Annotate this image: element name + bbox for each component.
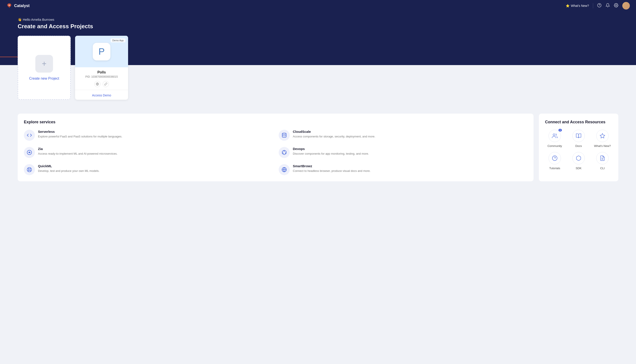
greeting-text: 👋 Hello Amelia Burrows [18, 18, 618, 22]
cloudscale-desc: Access components for storage, security,… [293, 134, 375, 139]
avatar[interactable] [622, 2, 630, 10]
zia-icon [24, 147, 35, 158]
smartbrowz-name: SmartBrowz [293, 164, 371, 168]
quickml-desc: Develop, test and produce your own ML mo… [38, 169, 99, 173]
cli-label: CLI [600, 166, 605, 170]
quickml-info: QuickML Develop, test and produce your o… [38, 164, 99, 173]
zia-name: Zia [38, 147, 118, 151]
demo-card-header: Demo App P [75, 36, 128, 67]
svg-point-4 [282, 133, 286, 134]
resource-community[interactable]: 8 Community [545, 130, 564, 148]
help-icon[interactable] [597, 3, 601, 8]
svg-line-10 [30, 168, 31, 169]
star-emoji: ⭐ [566, 4, 569, 8]
demo-card-body: Polls PID: 103870000000036015 [75, 67, 128, 100]
resources-title: Connect and Access Resources [545, 120, 612, 124]
svg-point-7 [29, 169, 30, 170]
demo-app-name: Polls [79, 70, 125, 74]
serverless-info: Serverless Explore powerful FaaS and Paa… [38, 130, 122, 139]
docs-label: Docs [575, 144, 582, 148]
smartbrowz-icon [279, 164, 290, 175]
explore-services-card: Explore services Serverless Explore powe… [18, 114, 533, 181]
demo-globe-icon[interactable] [94, 81, 101, 87]
zia-info: Zia Access ready-to-implement ML and AI-… [38, 147, 118, 156]
demo-app-icon: P [93, 43, 110, 60]
services-grid: Serverless Explore powerful FaaS and Paa… [24, 130, 527, 175]
settings-icon[interactable] [614, 3, 618, 8]
demo-divider [75, 90, 128, 90]
resource-docs[interactable]: Docs [569, 130, 588, 148]
service-smartbrowz[interactable]: SmartBrowz Connect to headless browser, … [279, 164, 527, 175]
serverless-name: Serverless [38, 130, 122, 134]
svg-point-14 [553, 134, 555, 136]
tutorials-icon [548, 152, 561, 164]
bell-icon[interactable] [605, 3, 610, 8]
header: Catalyst ⭐ What's New? [0, 0, 636, 12]
sdk-label: SDK [576, 166, 582, 170]
svg-line-9 [30, 170, 31, 171]
resources-card: Connect and Access Resources 8 [539, 114, 618, 181]
community-badge: 8 [558, 129, 562, 132]
resources-grid: 8 Community Docs [545, 130, 612, 170]
access-demo-button[interactable]: Access Demo [79, 91, 125, 100]
cloudscale-info: CloudScale Access components for storage… [293, 130, 375, 139]
main-content: 👋 Hello Amelia Burrows Create and Access… [0, 0, 636, 190]
catalyst-logo-icon [6, 3, 12, 9]
service-cloudscale[interactable]: CloudScale Access components for storage… [279, 130, 527, 141]
resource-tutorials[interactable]: Tutorials [545, 152, 564, 170]
serverless-icon [24, 130, 35, 141]
community-icon [548, 130, 561, 142]
resource-sdk[interactable]: SDK [569, 152, 588, 170]
header-divider [593, 3, 593, 8]
logo[interactable]: Catalyst [6, 3, 30, 9]
community-icon-wrap: 8 [548, 130, 561, 142]
page-title: Create and Access Projects [18, 23, 618, 30]
svg-line-8 [28, 168, 29, 169]
explore-title: Explore services [24, 120, 527, 124]
service-zia[interactable]: Zia Access ready-to-implement ML and AI-… [24, 147, 272, 158]
resource-cli[interactable]: CLI [593, 152, 612, 170]
quickml-name: QuickML [38, 164, 99, 168]
tutorials-label: Tutorials [549, 166, 560, 170]
service-serverless[interactable]: Serverless Explore powerful FaaS and Paa… [24, 130, 272, 141]
resource-whats-new[interactable]: What's New? [593, 130, 612, 148]
demo-link-icon[interactable] [103, 81, 109, 87]
svg-marker-15 [600, 134, 605, 138]
create-project-card[interactable]: + Create new Project [18, 36, 71, 100]
devops-desc: Discover components for app monitoring, … [293, 152, 369, 156]
demo-project-card[interactable]: Demo App P Polls PID: 103870000000036015 [75, 36, 128, 100]
avatar-image [622, 2, 630, 10]
service-quickml[interactable]: QuickML Develop, test and produce your o… [24, 164, 272, 175]
service-devops[interactable]: Devops Discover components for app monit… [279, 147, 527, 158]
create-project-label: Create new Project [29, 76, 59, 80]
header-right: ⭐ What's New? [566, 2, 630, 10]
project-cards-row: + Create new Project Demo App P Polls PI… [18, 36, 128, 100]
serverless-desc: Explore powerful FaaS and PaaS solutions… [38, 134, 122, 139]
sdk-icon [572, 152, 585, 164]
whats-new-icon [596, 130, 609, 142]
devops-icon [279, 147, 290, 158]
cloudscale-icon [279, 130, 290, 141]
smartbrowz-info: SmartBrowz Connect to headless browser, … [293, 164, 371, 173]
demo-badge: Demo App [111, 38, 125, 42]
demo-icons-row [79, 79, 125, 89]
quickml-icon [24, 164, 35, 175]
whats-new-button[interactable]: ⭐ What's New? [566, 4, 589, 8]
demo-pid: PID: 103870000000036015 [79, 75, 125, 78]
svg-point-16 [552, 156, 557, 160]
cloudscale-name: CloudScale [293, 130, 375, 134]
cli-icon [596, 152, 609, 164]
create-plus-icon: + [35, 55, 53, 72]
devops-info: Devops Discover components for app monit… [293, 147, 369, 156]
docs-icon [572, 130, 585, 142]
svg-line-11 [28, 170, 29, 171]
whats-new-label: What's New? [594, 144, 611, 148]
zia-desc: Access ready-to-implement ML and AI-powe… [38, 152, 118, 156]
community-label: Community [547, 144, 562, 148]
devops-name: Devops [293, 147, 369, 151]
smartbrowz-desc: Connect to headless browser, produce vis… [293, 169, 371, 173]
top-section: 👋 Hello Amelia Burrows Create and Access… [0, 12, 636, 65]
svg-point-1 [616, 5, 617, 6]
